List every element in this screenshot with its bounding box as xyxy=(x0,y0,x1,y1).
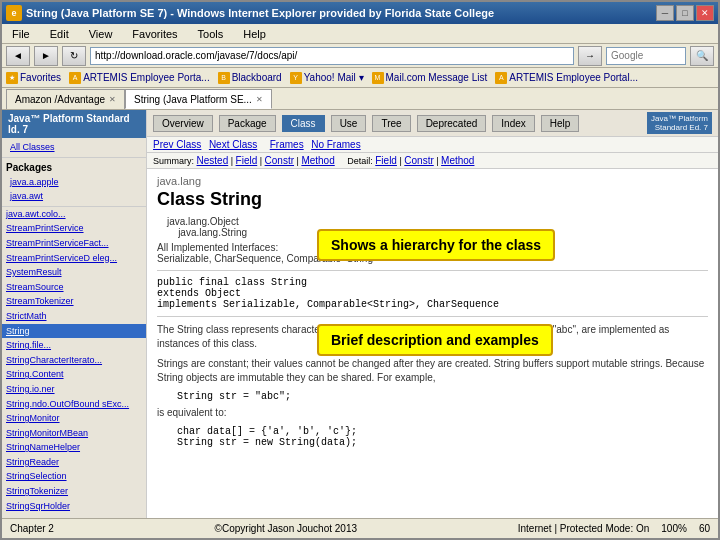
tab-amazon-close[interactable]: ✕ xyxy=(109,95,116,104)
detail-method[interactable]: Method xyxy=(441,155,474,166)
summary-nested[interactable]: Nested xyxy=(197,155,229,166)
fav-icon-artemis1: A xyxy=(69,72,81,84)
tab-amazon[interactable]: Amazon /Advantage ✕ xyxy=(6,89,125,109)
cls-link-10[interactable]: String.Content xyxy=(2,367,146,382)
nav-tab-use[interactable]: Use xyxy=(331,115,367,132)
search-button[interactable]: 🔍 xyxy=(690,46,714,66)
cls-link-5[interactable]: StreamSource xyxy=(2,280,146,295)
cls-link-0[interactable]: java.awt.colo... xyxy=(2,207,146,222)
forward-button[interactable]: ► xyxy=(34,46,58,66)
nav-tab-class[interactable]: Class xyxy=(282,115,325,132)
fav-blackboard[interactable]: B Blackboard xyxy=(218,72,282,84)
tab-string[interactable]: String (Java Platform SE... ✕ xyxy=(125,89,272,109)
cls-link-1[interactable]: StreamPrintService xyxy=(2,221,146,236)
java-branding-right: Java™ Platform Standard Ed. 7 xyxy=(647,112,712,134)
next-class-link[interactable]: Next Class xyxy=(209,139,257,150)
code-example-1: String str = "abc"; xyxy=(177,391,688,402)
nav-tab-index[interactable]: Index xyxy=(492,115,534,132)
fav-icon-blackboard: B xyxy=(218,72,230,84)
cls-link-14[interactable]: StringMonitorMBean xyxy=(2,426,146,441)
sidebar-header: Java™ Platform Standard Id. 7 xyxy=(2,110,146,138)
separator-2 xyxy=(157,316,708,317)
pkg-link-1[interactable]: java.awt xyxy=(6,189,142,204)
doc-declaration: public final class String extends Object… xyxy=(157,277,708,310)
doc-sidebar: Java™ Platform Standard Id. 7 All Classe… xyxy=(2,110,147,518)
cls-link-11[interactable]: String.io.ner xyxy=(2,382,146,397)
nav-tab-help[interactable]: Help xyxy=(541,115,580,132)
title-bar: e String (Java Platform SE 7) - Windows … xyxy=(2,2,718,24)
ie-icon: e xyxy=(6,5,22,21)
cls-link-16[interactable]: StringReader xyxy=(2,455,146,470)
menu-edit[interactable]: Edit xyxy=(44,27,75,41)
summary-constr[interactable]: Constr xyxy=(265,155,294,166)
sidebar-packages: Packages java.a.apple java.awt xyxy=(2,158,146,207)
fav-icon-yahoo: Y xyxy=(290,72,302,84)
nav-tab-deprecated[interactable]: Deprecated xyxy=(417,115,487,132)
cls-link-9[interactable]: StringCharacterIterato... xyxy=(2,353,146,368)
sidebar-class-list[interactable]: java.awt.colo... StreamPrintService Stre… xyxy=(2,207,146,518)
sidebar-all-classes: All Classes xyxy=(2,138,146,158)
window-title: String (Java Platform SE 7) - Windows In… xyxy=(26,7,494,19)
doc-summary-bar: Summary: Nested | Field | Constr | Metho… xyxy=(147,153,718,169)
fav-artemis1[interactable]: A ARTEMIS Employee Porta... xyxy=(69,72,210,84)
callout-hierarchy-text: Shows a hierarchy for the class xyxy=(331,237,541,253)
detail-field[interactable]: Field xyxy=(375,155,397,166)
maximize-button[interactable]: □ xyxy=(676,5,694,21)
cls-link-15[interactable]: StringNameHelper xyxy=(2,440,146,455)
doc-nav-bar: Overview Package Class Use Tree Deprecat… xyxy=(147,110,718,137)
fav-mailcom[interactable]: M Mail.com Message List xyxy=(372,72,488,84)
cls-link-4[interactable]: SystemResult xyxy=(2,265,146,280)
menu-file[interactable]: File xyxy=(6,27,36,41)
cls-link-3[interactable]: StreamPrintServiceD eleg... xyxy=(2,251,146,266)
cls-link-6[interactable]: StreamTokenizer xyxy=(2,294,146,309)
doc-body: java.lang Class String java.lang.Object … xyxy=(147,169,718,518)
fav-label-4: Mail.com Message List xyxy=(386,72,488,83)
fav-favorites[interactable]: ★ Favorites xyxy=(6,72,61,84)
prev-class-link[interactable]: Prev Class xyxy=(153,139,201,150)
fav-icon-mailcom: M xyxy=(372,72,384,84)
menu-view[interactable]: View xyxy=(83,27,119,41)
no-frames-link[interactable]: No Frames xyxy=(311,139,360,150)
summary-method[interactable]: Method xyxy=(301,155,334,166)
back-button[interactable]: ◄ xyxy=(6,46,30,66)
main-content: Java™ Platform Standard Id. 7 All Classe… xyxy=(2,110,718,518)
cls-link-8[interactable]: String.file... xyxy=(2,338,146,353)
tab-string-close[interactable]: ✕ xyxy=(256,95,263,104)
search-input[interactable] xyxy=(606,47,686,65)
minimize-button[interactable]: ─ xyxy=(656,5,674,21)
close-button[interactable]: ✕ xyxy=(696,5,714,21)
cls-link-12[interactable]: String.ndo.OutOfBound sExc... xyxy=(2,397,146,412)
doc-main: Overview Package Class Use Tree Deprecat… xyxy=(147,110,718,518)
fav-yahoo[interactable]: Y Yahoo! Mail ▾ xyxy=(290,72,364,84)
browser-window: e String (Java Platform SE 7) - Windows … xyxy=(0,0,720,540)
cls-link-7[interactable]: StrictMath xyxy=(2,309,146,324)
fav-artemis2[interactable]: A ARTEMIS Employee Portal... xyxy=(495,72,638,84)
go-button[interactable]: → xyxy=(578,46,602,66)
nav-tab-tree[interactable]: Tree xyxy=(372,115,410,132)
fav-icon-artemis2: A xyxy=(495,72,507,84)
fav-label-0: Favorites xyxy=(20,72,61,83)
status-zoom: 100% xyxy=(661,523,687,534)
menu-favorites[interactable]: Favorites xyxy=(126,27,183,41)
java-platform-header: Java™ Platform Standard Id. 7 xyxy=(8,113,130,135)
pkg-link-0[interactable]: java.a.apple xyxy=(6,175,142,190)
summary-field[interactable]: Field xyxy=(236,155,258,166)
status-right: Internet | Protected Mode: On 100% 60 xyxy=(518,523,710,534)
cls-link-13[interactable]: StringMonitor xyxy=(2,411,146,426)
frames-link[interactable]: Frames xyxy=(270,139,304,150)
menu-tools[interactable]: Tools xyxy=(192,27,230,41)
cls-link-18[interactable]: StringTokenizer xyxy=(2,484,146,499)
cls-link-2[interactable]: StreamPrintServiceFact... xyxy=(2,236,146,251)
tab-string-label: String (Java Platform SE... xyxy=(134,94,252,105)
cls-link-19[interactable]: StringSqrHolder xyxy=(2,499,146,514)
detail-constr[interactable]: Constr xyxy=(404,155,433,166)
cls-link-17[interactable]: StringSelection xyxy=(2,469,146,484)
address-input[interactable] xyxy=(90,47,574,65)
nav-tab-package[interactable]: Package xyxy=(219,115,276,132)
all-classes-link[interactable]: All Classes xyxy=(6,140,142,155)
cls-link-string[interactable]: String xyxy=(2,324,146,339)
nav-tab-overview[interactable]: Overview xyxy=(153,115,213,132)
status-left: Chapter 2 xyxy=(10,523,54,534)
refresh-button[interactable]: ↻ xyxy=(62,46,86,66)
menu-help[interactable]: Help xyxy=(237,27,272,41)
